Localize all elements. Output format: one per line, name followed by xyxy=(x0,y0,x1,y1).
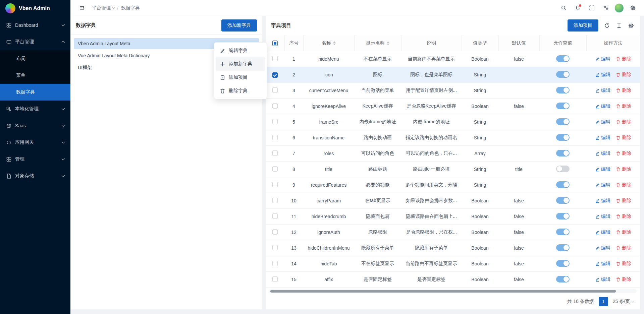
nullable-toggle[interactable] xyxy=(556,229,570,235)
row-checkbox[interactable] xyxy=(272,87,278,93)
edit-button[interactable]: 编辑 xyxy=(595,150,610,156)
nullable-toggle[interactable] xyxy=(556,181,570,188)
sidebar-submenu-platform: 布局菜单数据字典 xyxy=(0,50,70,101)
nullable-toggle[interactable] xyxy=(556,166,570,172)
nullable-toggle[interactable] xyxy=(556,244,570,251)
scrollbar-thumb[interactable] xyxy=(270,290,616,293)
row-checkbox[interactable] xyxy=(272,198,278,203)
nullable-toggle[interactable] xyxy=(556,55,570,62)
edit-button[interactable]: 编辑 xyxy=(595,182,610,188)
delete-button[interactable]: 删除 xyxy=(616,213,631,219)
row-checkbox[interactable] xyxy=(272,103,278,109)
nullable-toggle[interactable] xyxy=(556,213,570,219)
settings-gear-icon[interactable] xyxy=(627,3,638,13)
nullable-toggle[interactable] xyxy=(556,71,570,78)
edit-button[interactable]: 编辑 xyxy=(595,56,610,62)
delete-button[interactable]: 删除 xyxy=(616,261,631,267)
sidebar-subitem-menu[interactable]: 菜单 xyxy=(0,67,70,84)
nullable-toggle[interactable] xyxy=(556,87,570,93)
delete-button[interactable]: 删除 xyxy=(616,229,631,235)
context-menu-item[interactable]: 删除字典 xyxy=(216,84,265,98)
row-checkbox[interactable] xyxy=(272,182,278,187)
breadcrumb-item-dict[interactable]: 数据字典 xyxy=(121,5,140,11)
search-icon[interactable] xyxy=(558,3,569,13)
edit-button[interactable]: 编辑 xyxy=(595,213,610,219)
delete-button[interactable]: 删除 xyxy=(616,198,631,204)
delete-button[interactable]: 删除 xyxy=(616,166,631,172)
delete-button[interactable]: 删除 xyxy=(616,56,631,62)
user-avatar[interactable] xyxy=(614,3,624,13)
sidebar-item-storage[interactable]: 对象存储 xyxy=(0,168,70,184)
row-checkbox[interactable] xyxy=(272,261,278,266)
row-checkbox[interactable] xyxy=(272,150,278,156)
nullable-toggle[interactable] xyxy=(556,150,570,156)
sidebar-item-dashboard[interactable]: Dashboard xyxy=(0,17,70,34)
app-root: Vben Admin Dashboard平台管理布局菜单数据字典本地化管理Saa… xyxy=(0,0,644,314)
sidebar-item-platform[interactable]: 平台管理 xyxy=(0,34,70,50)
app-logo[interactable]: Vben Admin xyxy=(0,0,70,17)
edit-button[interactable]: 编辑 xyxy=(595,245,610,251)
add-item-button[interactable]: 添加项目 xyxy=(568,19,598,32)
row-checkbox[interactable] xyxy=(272,229,278,235)
row-checkbox[interactable] xyxy=(272,135,278,140)
breadcrumb-item-platform[interactable]: 平台管理 xyxy=(92,5,114,11)
page-size-select[interactable]: 25 条/页 xyxy=(613,299,634,305)
context-menu-item[interactable]: 编辑字典 xyxy=(216,44,265,57)
nullable-toggle[interactable] xyxy=(556,276,570,282)
refresh-icon[interactable] xyxy=(603,22,610,29)
delete-button[interactable]: 删除 xyxy=(616,103,631,109)
sidebar-item-gateway[interactable]: 应用网关 xyxy=(0,134,70,151)
edit-button[interactable]: 编辑 xyxy=(595,135,610,141)
sort-icon[interactable] xyxy=(333,41,336,45)
nullable-toggle[interactable] xyxy=(556,118,570,125)
sidebar-subitem-layout[interactable]: 布局 xyxy=(0,50,70,67)
row-checkbox[interactable] xyxy=(272,245,278,250)
edit-button[interactable]: 编辑 xyxy=(595,261,610,267)
select-all-checkbox[interactable] xyxy=(272,41,278,46)
delete-button[interactable]: 删除 xyxy=(616,72,631,78)
sort-icon[interactable] xyxy=(387,41,389,45)
edit-button[interactable]: 编辑 xyxy=(595,276,610,282)
delete-button[interactable]: 删除 xyxy=(616,119,631,125)
row-checkbox[interactable] xyxy=(272,119,278,124)
sidebar-item-saas[interactable]: Saas xyxy=(0,117,70,134)
page-1-button[interactable]: 1 xyxy=(599,297,608,306)
delete-button[interactable]: 删除 xyxy=(616,135,631,141)
delete-button[interactable]: 删除 xyxy=(616,182,631,188)
row-checkbox[interactable] xyxy=(272,56,278,61)
row-checkbox[interactable] xyxy=(272,166,278,172)
delete-button[interactable]: 删除 xyxy=(616,276,631,282)
edit-button[interactable]: 编辑 xyxy=(595,229,610,235)
nullable-toggle[interactable] xyxy=(556,260,570,267)
nullable-toggle[interactable] xyxy=(556,197,570,204)
chevron-down-icon xyxy=(62,157,65,161)
translate-icon[interactable] xyxy=(600,3,611,13)
row-height-icon[interactable] xyxy=(615,22,623,29)
add-dictionary-button[interactable]: 添加新字典 xyxy=(221,19,257,32)
nullable-toggle[interactable] xyxy=(556,134,570,141)
delete-button[interactable]: 删除 xyxy=(616,87,631,93)
horizontal-scrollbar[interactable] xyxy=(269,289,637,293)
row-checkbox[interactable] xyxy=(272,213,278,219)
delete-button[interactable]: 删除 xyxy=(616,150,631,156)
edit-button[interactable]: 编辑 xyxy=(595,166,610,172)
sidebar-item-locale[interactable]: 本地化管理 xyxy=(0,101,70,117)
row-checkbox[interactable] xyxy=(272,72,278,78)
context-menu-item[interactable]: 添加项目 xyxy=(216,71,265,84)
edit-button[interactable]: 编辑 xyxy=(595,198,610,204)
edit-button[interactable]: 编辑 xyxy=(595,87,610,93)
sidebar-item-manage[interactable]: 管理 xyxy=(0,151,70,168)
nullable-toggle[interactable] xyxy=(556,103,570,109)
collapse-sidebar-icon[interactable] xyxy=(76,3,87,13)
edit-button[interactable]: 编辑 xyxy=(595,103,610,109)
notification-icon[interactable] xyxy=(572,3,583,13)
edit-button[interactable]: 编辑 xyxy=(595,119,610,125)
edit-button[interactable]: 编辑 xyxy=(595,72,610,78)
cell-display-name: 不在标签页显示 xyxy=(354,256,401,272)
row-checkbox[interactable] xyxy=(272,276,278,282)
sidebar-subitem-dict[interactable]: 数据字典 xyxy=(0,84,70,101)
delete-button[interactable]: 删除 xyxy=(616,245,631,251)
table-settings-gear-icon[interactable] xyxy=(627,22,635,29)
context-menu-item[interactable]: 添加新字典 xyxy=(216,57,265,71)
fullscreen-icon[interactable] xyxy=(586,3,597,13)
